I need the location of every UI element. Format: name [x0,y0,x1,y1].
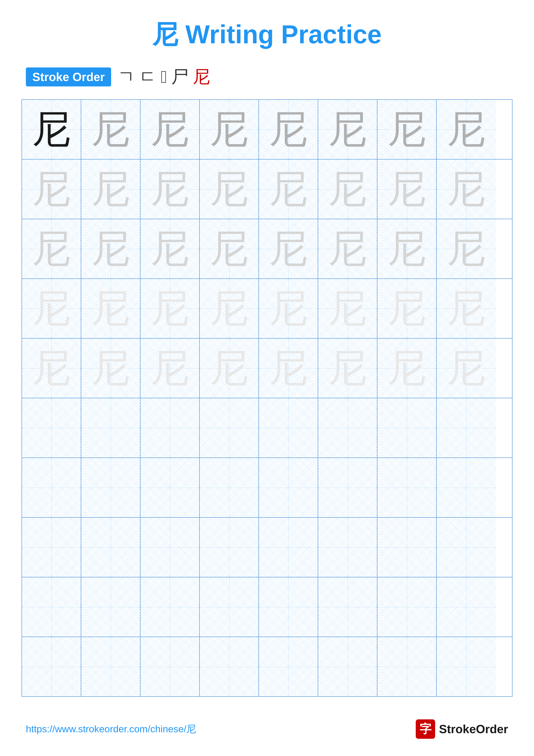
grid-cell[interactable] [140,458,200,517]
grid-cell[interactable] [200,398,259,458]
grid-cell[interactable]: 尼 [437,100,496,159]
grid-cell[interactable] [318,398,377,458]
grid-cell[interactable] [437,398,496,458]
grid-cell[interactable] [377,398,437,458]
grid-cell[interactable] [259,637,318,696]
grid-cell[interactable] [140,577,200,636]
grid-cell[interactable]: 尼 [22,338,81,398]
grid-cell[interactable] [22,398,81,458]
stroke-4: 尸 [171,65,189,89]
grid-cell[interactable] [140,518,200,577]
practice-char: 尼 [210,110,249,149]
grid-cell[interactable]: 尼 [318,338,377,398]
grid-cell[interactable] [318,637,377,696]
grid-row-10 [22,637,512,696]
grid-cell[interactable]: 尼 [318,279,377,338]
grid-cell[interactable]: 尼 [140,279,200,338]
grid-cell[interactable] [81,398,140,458]
grid-cell[interactable] [140,398,200,458]
grid-cell[interactable]: 尼 [140,338,200,398]
grid-cell[interactable]: 尼 [259,338,318,398]
grid-cell[interactable] [81,518,140,577]
grid-cell[interactable] [259,398,318,458]
grid-cell[interactable]: 尼 [437,279,496,338]
grid-cell[interactable]: 尼 [140,100,200,159]
grid-cell[interactable]: 尼 [22,100,81,159]
grid-cell[interactable]: 尼 [200,100,259,159]
grid-cell[interactable] [377,637,437,696]
grid-cell[interactable] [377,518,437,577]
grid-cell[interactable] [318,577,377,636]
grid-cell[interactable] [81,458,140,517]
grid-cell[interactable]: 尼 [259,100,318,159]
grid-cell[interactable]: 尼 [81,159,140,219]
grid-cell[interactable] [22,458,81,517]
grid-cell[interactable] [437,458,496,517]
practice-char: 尼 [328,289,367,328]
grid-cell[interactable]: 尼 [377,279,437,338]
grid-cell[interactable] [200,458,259,517]
grid-cell[interactable] [259,577,318,636]
grid-cell[interactable]: 尼 [81,338,140,398]
grid-cell[interactable]: 尼 [200,279,259,338]
practice-char: 尼 [151,349,189,388]
grid-cell[interactable]: 尼 [437,159,496,219]
grid-cell[interactable]: 尼 [259,279,318,338]
grid-cell[interactable]: 尼 [318,100,377,159]
grid-cell[interactable] [22,518,81,577]
grid-cell[interactable] [81,577,140,636]
practice-grid: 尼 尼 尼 尼 尼 尼 尼 尼 [21,99,513,697]
cell-guides [259,577,318,636]
grid-cell[interactable] [377,577,437,636]
grid-cell[interactable]: 尼 [200,219,259,279]
grid-cell[interactable]: 尼 [259,219,318,279]
grid-cell[interactable]: 尼 [200,338,259,398]
cell-guides [200,398,259,458]
grid-cell[interactable]: 尼 [437,338,496,398]
grid-cell[interactable] [437,637,496,696]
cell-guides [140,577,199,636]
practice-char: 尼 [91,230,130,268]
grid-cell[interactable]: 尼 [377,338,437,398]
grid-cell[interactable]: 尼 [259,159,318,219]
grid-cell[interactable] [200,637,259,696]
grid-cell[interactable]: 尼 [81,279,140,338]
grid-cell[interactable] [259,458,318,517]
cell-guides [377,637,436,696]
grid-cell[interactable] [22,637,81,696]
grid-cell[interactable] [200,577,259,636]
grid-cell[interactable] [200,518,259,577]
grid-cell[interactable]: 尼 [140,219,200,279]
grid-cell[interactable]: 尼 [437,219,496,279]
practice-char: 尼 [269,170,308,209]
grid-cell[interactable] [81,637,140,696]
grid-cell[interactable] [437,577,496,636]
grid-cell[interactable] [22,577,81,636]
grid-cell[interactable]: 尼 [140,159,200,219]
grid-cell[interactable]: 尼 [81,100,140,159]
grid-cell[interactable]: 尼 [81,219,140,279]
grid-cell[interactable] [437,518,496,577]
cell-guides [437,637,496,696]
practice-char: 尼 [328,110,367,149]
stroke-1: ㄱ [117,65,135,89]
footer-url[interactable]: https://www.strokeorder.com/chinese/尼 [26,723,196,736]
cell-guides [200,577,259,636]
grid-cell[interactable]: 尼 [22,159,81,219]
grid-cell[interactable] [318,518,377,577]
practice-char: 尼 [32,170,71,209]
stroke-3: 𠃌 [161,67,167,87]
grid-cell[interactable] [259,518,318,577]
grid-cell[interactable] [377,458,437,517]
grid-cell[interactable] [140,637,200,696]
grid-cell[interactable]: 尼 [377,159,437,219]
grid-cell[interactable] [318,458,377,517]
grid-cell[interactable]: 尼 [200,159,259,219]
grid-cell[interactable]: 尼 [22,219,81,279]
grid-cell[interactable]: 尼 [318,159,377,219]
grid-cell[interactable]: 尼 [22,279,81,338]
grid-cell[interactable]: 尼 [377,219,437,279]
grid-row-8 [22,518,512,577]
grid-cell[interactable]: 尼 [318,219,377,279]
grid-cell[interactable]: 尼 [377,100,437,159]
